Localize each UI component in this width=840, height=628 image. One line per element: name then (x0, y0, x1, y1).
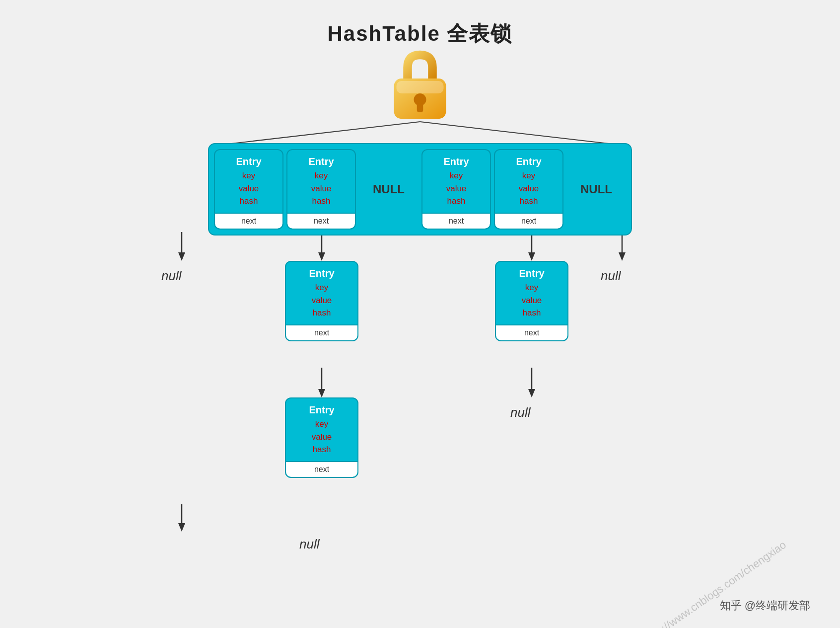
watermark: http://www.cnblogs.com/chengxiao (644, 539, 789, 628)
page: HashTable 全表锁 (0, 0, 840, 628)
top-row: Entry key value hash next Entry key valu… (208, 143, 632, 236)
entry-field-value-5: value (516, 182, 541, 195)
entry-card-1: Entry key value hash next (214, 149, 283, 230)
entry-label-l2-left: Entry (309, 268, 334, 279)
null-cell-2: NULL (566, 149, 626, 230)
entry-label-2: Entry (308, 156, 334, 167)
entry-field-key-5: key (516, 169, 541, 182)
svg-marker-15 (318, 389, 325, 397)
entry-next-l3: next (286, 461, 357, 477)
svg-line-4 (218, 122, 420, 145)
svg-line-5 (420, 122, 622, 145)
entry-field-value-l2l: value (309, 294, 334, 307)
entry-label-l3: Entry (309, 404, 334, 416)
entry-top-2: Entry key value hash (299, 150, 343, 213)
entry-field-key-4: key (443, 169, 469, 182)
entry-top-l2-right: Entry key value hash (510, 262, 553, 324)
null-text-l3: null (299, 537, 319, 552)
entry-top-l3: Entry key value hash (300, 398, 343, 461)
null-text-l2r: null (510, 405, 530, 420)
entry-label-4: Entry (443, 156, 469, 167)
entry-next-4: next (422, 213, 490, 229)
entry-field-value-4: value (443, 182, 469, 195)
entry-top-5: Entry key value hash (507, 150, 550, 213)
entry-card-2: Entry key value hash next (286, 149, 356, 230)
page-title: HashTable 全表锁 (0, 0, 840, 48)
entry-next-1: next (215, 213, 282, 229)
lock-icon (385, 47, 455, 124)
entry-card-l2-left: Entry key value hash next (285, 261, 358, 341)
entry-field-hash-l2l: hash (309, 307, 334, 319)
svg-marker-9 (318, 252, 325, 261)
entry-field-hash-1: hash (236, 195, 261, 208)
svg-marker-17 (528, 389, 535, 397)
entry-next-2: next (287, 213, 355, 229)
null-text-1: null (161, 268, 181, 284)
attribution: 知乎 @终端研发部 (720, 598, 810, 613)
entry-field-hash-5: hash (516, 195, 541, 208)
entry-top-1: Entry key value hash (227, 150, 270, 213)
entry-card-l3: Entry key value hash next (285, 397, 358, 478)
entry-field-value-l3: value (309, 431, 334, 444)
entry-label-5: Entry (516, 156, 541, 167)
entry-next-l2-right: next (496, 324, 567, 340)
entry-card-4: Entry key value hash next (421, 149, 491, 230)
svg-marker-11 (528, 252, 535, 261)
svg-rect-1 (397, 81, 444, 93)
svg-marker-19 (178, 523, 185, 532)
svg-marker-13 (619, 252, 626, 261)
entry-next-l2-left: next (286, 324, 357, 340)
entry-field-value-1: value (236, 182, 261, 195)
entry-label-1: Entry (236, 156, 261, 167)
null-cell-1: NULL (359, 149, 419, 230)
entry-field-value-l2r: value (519, 294, 544, 307)
entry-field-key-2: key (308, 169, 334, 182)
entry-top-4: Entry key value hash (434, 150, 478, 213)
svg-rect-3 (417, 103, 423, 112)
null-text-5: null (601, 268, 621, 284)
entry-field-hash-l3: hash (309, 443, 334, 456)
entry-field-key-1: key (236, 169, 261, 182)
entry-label-l2-right: Entry (519, 268, 544, 279)
entry-field-key-l3: key (309, 418, 334, 431)
entry-field-hash-4: hash (443, 195, 469, 208)
svg-marker-7 (178, 252, 185, 261)
entry-card-5: Entry key value hash next (494, 149, 563, 230)
entry-next-5: next (495, 213, 562, 229)
entry-card-l2-right: Entry key value hash next (495, 261, 568, 341)
entry-field-key-l2r: key (519, 281, 544, 294)
entry-field-hash-2: hash (308, 195, 334, 208)
entry-field-value-2: value (308, 182, 334, 195)
entry-field-key-l2l: key (309, 281, 334, 294)
entry-field-hash-l2r: hash (519, 307, 544, 319)
entry-top-l2-left: Entry key value hash (300, 262, 343, 324)
